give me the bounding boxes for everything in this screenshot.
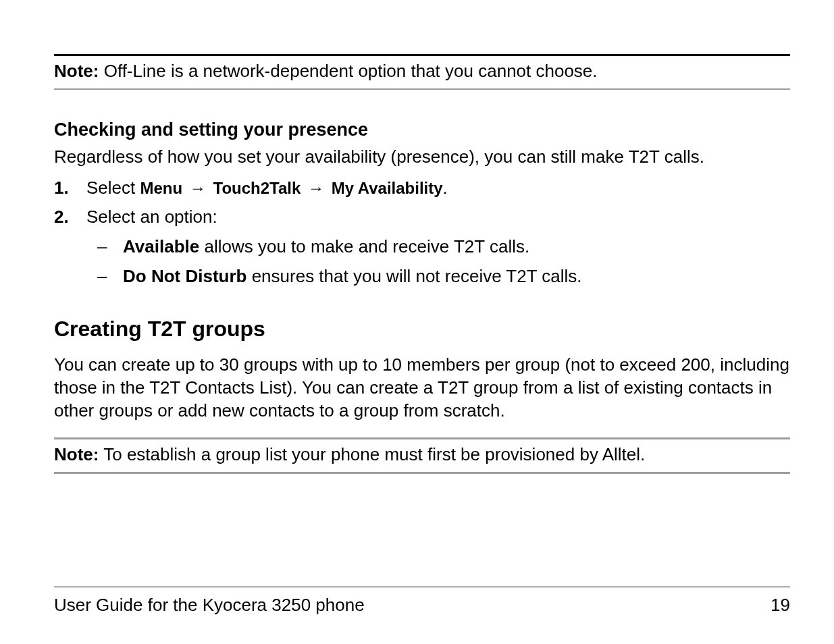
sub-item-dnd: – Do Not Disturb ensures that you will n… <box>92 265 790 288</box>
arrow-icon: → <box>301 179 331 197</box>
step-prefix: Select <box>86 178 140 198</box>
subheading-presence: Checking and setting your presence <box>54 118 790 142</box>
step-list: 1. Select Menu → Touch2Talk → My Availab… <box>54 177 790 295</box>
section-heading-groups: Creating T2T groups <box>54 315 790 344</box>
step-content: Select Menu → Touch2Talk → My Availabili… <box>86 177 790 200</box>
option-available-desc: allows you to make and receive T2T calls… <box>199 236 529 257</box>
option-available: Available <box>123 236 199 257</box>
dash-icon: – <box>92 236 123 259</box>
menu-path-2: Touch2Talk <box>213 179 301 197</box>
menu-path-3: My Availability <box>332 179 443 197</box>
step-text: Select an option: <box>86 207 217 227</box>
sub-item-text: Do Not Disturb ensures that you will not… <box>123 265 582 288</box>
page-number: 19 <box>771 594 790 617</box>
paragraph-presence: Regardless of how you set your availabil… <box>54 146 790 169</box>
option-dnd: Do Not Disturb <box>123 266 246 286</box>
note-box-2: Note: To establish a group list your pho… <box>54 437 790 474</box>
step-number: 1. <box>54 177 86 200</box>
step-suffix: . <box>443 178 448 198</box>
arrow-icon: → <box>182 179 213 197</box>
footer-title: User Guide for the Kyocera 3250 phone <box>54 594 365 617</box>
step-number: 2. <box>54 206 86 294</box>
step-2: 2. Select an option: – Available allows … <box>54 206 790 294</box>
dash-icon: – <box>92 265 123 288</box>
footer: User Guide for the Kyocera 3250 phone 19 <box>54 587 790 617</box>
sub-item-text: Available allows you to make and receive… <box>123 236 529 259</box>
step-content: Select an option: – Available allows you… <box>86 206 790 294</box>
note-box-1: Note: Off-Line is a network-dependent op… <box>54 54 790 90</box>
option-dnd-desc: ensures that you will not receive T2T ca… <box>246 266 581 286</box>
note-label: Note: <box>54 444 99 464</box>
sub-list: – Available allows you to make and recei… <box>86 236 790 288</box>
paragraph-groups: You can create up to 30 groups with up t… <box>54 354 790 422</box>
sub-item-available: – Available allows you to make and recei… <box>92 236 790 259</box>
step-1: 1. Select Menu → Touch2Talk → My Availab… <box>54 177 790 200</box>
note-text: To establish a group list your phone mus… <box>99 444 645 464</box>
menu-path-1: Menu <box>140 179 183 197</box>
note-text: Off-Line is a network-dependent option t… <box>99 61 597 81</box>
note-label: Note: <box>54 61 99 81</box>
